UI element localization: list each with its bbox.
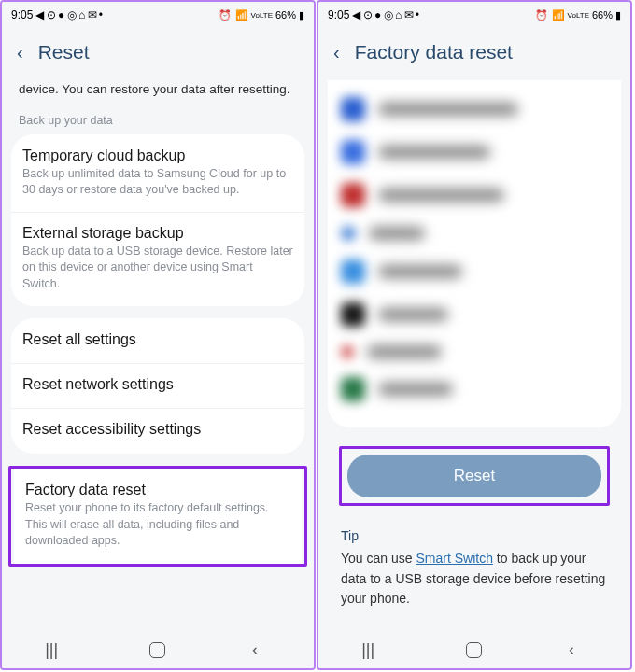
list-item [328, 174, 621, 217]
list-item [328, 336, 621, 368]
phone-right: 9:05 ◀ ⊙ ● ◎ ⌂ ✉ • ⏰ 📶 VoLTE 66% ▮ ‹ Fac… [317, 0, 632, 670]
reset-all-settings[interactable]: Reset all settings [11, 319, 304, 363]
item-title: Reset network settings [22, 376, 293, 393]
status-left-icons: ◀ ⊙ ● ◎ ⌂ ✉ • [352, 8, 418, 21]
status-time: 9:05 [328, 8, 349, 21]
list-item [328, 293, 621, 336]
reset-accessibility-settings[interactable]: Reset accessibility settings [11, 408, 304, 453]
status-right-icons: ⏰ 📶 [535, 9, 564, 21]
tip-body: You can use Smart Switch to back up your… [318, 549, 630, 609]
item-title: Factory data reset [25, 482, 290, 498]
item-title: Reset all settings [22, 331, 293, 348]
list-item [328, 250, 621, 293]
page-title: Reset [38, 41, 90, 63]
item-title: External storage backup [22, 225, 293, 242]
battery-text: 66% [592, 9, 613, 21]
reset-network-settings[interactable]: Reset network settings [11, 363, 304, 408]
list-item [328, 368, 621, 411]
header: ‹ Reset [2, 28, 314, 80]
network-label: VoLTE [251, 11, 273, 20]
recents-icon[interactable]: ||| [361, 640, 380, 659]
back-icon[interactable]: ‹ [17, 42, 23, 63]
page-title: Factory data reset [355, 41, 513, 63]
item-title: Reset accessibility settings [22, 421, 293, 438]
intro-text: device. You can restore your data after … [2, 80, 314, 108]
reset-options-card: Reset all settings Reset network setting… [11, 318, 304, 454]
tip-heading: Tip [318, 528, 630, 549]
reset-button[interactable]: Reset [347, 455, 601, 497]
android-nav-bar: ||| ‹ [318, 631, 630, 668]
item-title: Temporary cloud backup [22, 147, 293, 164]
status-time: 9:05 [11, 8, 33, 21]
status-right-icons: ⏰ 📶 [219, 9, 247, 21]
back-icon[interactable]: ‹ [333, 42, 340, 63]
tip-prefix: You can use [341, 551, 416, 566]
home-icon[interactable] [149, 642, 165, 658]
back-nav-icon[interactable]: ‹ [252, 640, 271, 659]
battery-icon: ▮ [299, 9, 304, 21]
account-list-blurred [328, 80, 621, 427]
temporary-cloud-backup[interactable]: Temporary cloud backup Back up unlimited… [11, 135, 304, 212]
android-nav-bar: ||| ‹ [2, 631, 314, 668]
home-icon[interactable] [466, 642, 482, 658]
battery-icon: ▮ [615, 9, 621, 21]
list-item [328, 131, 621, 174]
status-left-icons: ◀ ⊙ ● ◎ ⌂ ✉ • [35, 8, 102, 21]
recents-icon[interactable]: ||| [45, 640, 64, 659]
item-sub: Back up data to a USB storage device. Re… [22, 244, 293, 293]
factory-reset-highlight: Factory data reset Reset your phone to i… [8, 466, 307, 567]
backup-card: Temporary cloud backup Back up unlimited… [11, 134, 304, 307]
phone-left: 9:05 ◀ ⊙ ● ◎ ⌂ ✉ • ⏰ 📶 VoLTE 66% ▮ ‹ Res… [0, 0, 316, 670]
factory-data-reset[interactable]: Factory data reset Reset your phone to i… [14, 469, 302, 563]
list-item [328, 88, 621, 131]
back-nav-icon[interactable]: ‹ [569, 640, 587, 659]
external-storage-backup[interactable]: External storage backup Back up data to … [11, 212, 304, 306]
reset-button-highlight: Reset [339, 446, 610, 506]
smart-switch-link[interactable]: Smart Switch [416, 551, 492, 566]
header: ‹ Factory data reset [318, 28, 630, 80]
status-bar: 9:05 ◀ ⊙ ● ◎ ⌂ ✉ • ⏰ 📶 VoLTE 66% ▮ [318, 2, 630, 28]
section-backup-label: Back up your data [2, 108, 314, 134]
network-label: VoLTE [568, 11, 589, 20]
list-item [328, 217, 621, 250]
battery-text: 66% [275, 9, 296, 21]
item-sub: Reset your phone to its factory default … [25, 500, 290, 550]
status-bar: 9:05 ◀ ⊙ ● ◎ ⌂ ✉ • ⏰ 📶 VoLTE 66% ▮ [2, 2, 314, 28]
item-sub: Back up unlimited data to Samsung Cloud … [22, 166, 293, 199]
